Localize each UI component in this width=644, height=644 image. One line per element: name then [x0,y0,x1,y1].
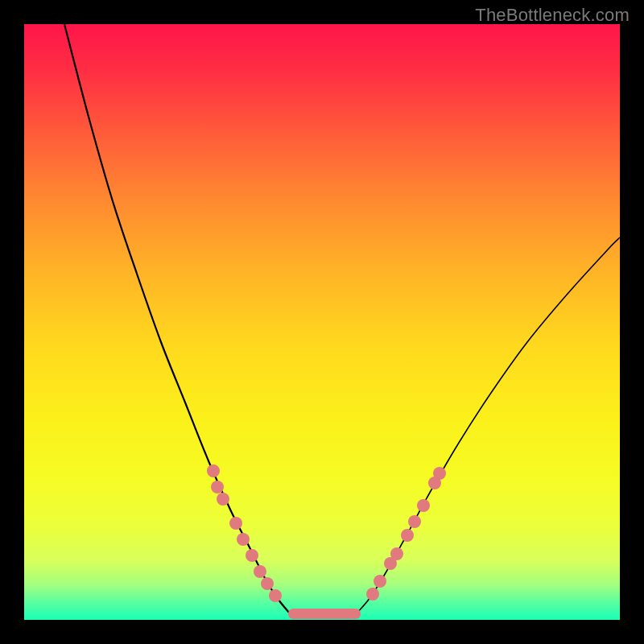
bottom-bar [288,609,361,619]
dot-right-5 [408,515,421,528]
chart-svg [24,24,620,620]
dot-right-0 [366,588,379,601]
dot-left-7 [261,577,274,590]
watermark-text: TheBottleneck.com [475,5,630,26]
dot-left-0 [207,464,220,477]
dot-left-4 [237,533,250,546]
dot-left-1 [211,481,224,493]
dot-right-8 [433,467,446,480]
dot-right-3 [390,547,403,560]
curve-left-curve [64,24,290,613]
dot-right-1 [374,575,386,588]
dot-left-2 [217,493,229,506]
dot-right-6 [417,499,430,512]
dot-left-8 [269,589,282,602]
plot-area [24,24,620,620]
dot-left-6 [254,565,266,578]
dot-left-5 [246,549,258,562]
dot-left-3 [229,517,242,530]
chart-frame: TheBottleneck.com [0,0,644,644]
dot-right-4 [401,529,414,542]
